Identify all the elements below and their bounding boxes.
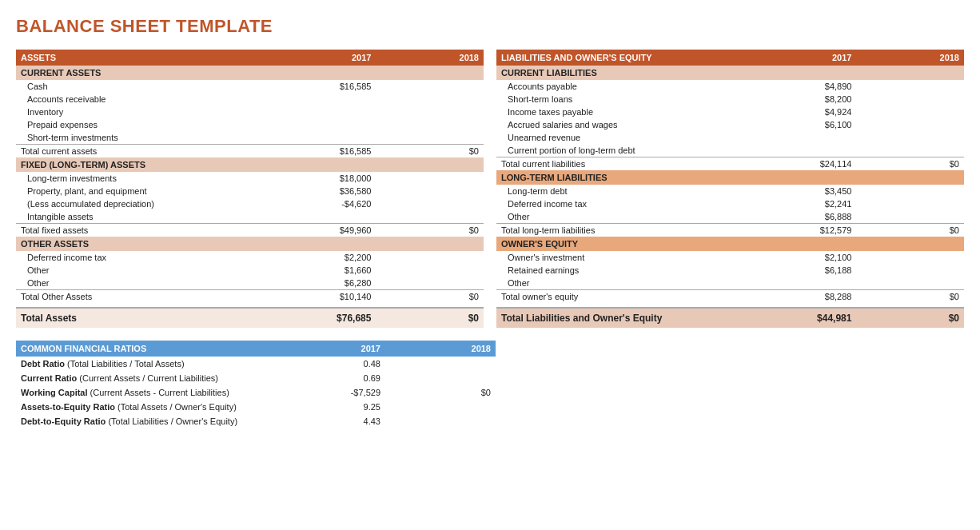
- table-row: Inventory: [16, 106, 484, 118]
- owners-equity-header: OWNER'S EQUITY: [496, 237, 964, 251]
- table-row: Long-term debt $3,450: [496, 185, 964, 197]
- ratios-header-label: COMMON FINANCIAL RATIOS: [16, 341, 280, 357]
- table-row: (Less accumulated depreciation) -$4,620: [16, 197, 484, 210]
- assets-header-label: ASSETS: [16, 50, 273, 66]
- table-row: Income taxes payable $4,924: [496, 106, 964, 118]
- ratios-header-2018: 2018: [385, 341, 496, 357]
- table-row: Long-term investments $18,000: [16, 172, 484, 185]
- assets-section: ASSETS 2017 2018 CURRENT ASSETS Cash $16…: [16, 50, 484, 328]
- table-row: Current portion of long-term debt: [496, 144, 964, 157]
- ratio-row-debt: Debt Ratio (Total Liabilities / Total As…: [16, 357, 496, 371]
- table-row: Other $6,888: [496, 210, 964, 224]
- ratio-row-debt-equity: Debt-to-Equity Ratio (Total Liabilities …: [16, 414, 496, 428]
- liabilities-header: LIABILITIES AND OWNER'S EQUITY 2017 2018: [496, 50, 964, 66]
- longterm-liabilities-header: LONG-TERM LIABILITIES: [496, 170, 964, 185]
- table-row: Other: [496, 277, 964, 290]
- table-row: Other $6,280: [16, 277, 484, 290]
- table-row: Intangible assets: [16, 210, 484, 224]
- ratios-header: COMMON FINANCIAL RATIOS 2017 2018: [16, 341, 496, 357]
- current-liabilities-total: Total current liabilities $24,114 $0: [496, 157, 964, 171]
- liabilities-header-2018: 2018: [856, 50, 964, 66]
- current-assets-header: CURRENT ASSETS: [16, 66, 484, 80]
- table-row: Deferred income tax $2,200: [16, 251, 484, 264]
- table-row: Deferred income tax $2,241: [496, 197, 964, 210]
- table-row: Accounts receivable: [16, 93, 484, 106]
- fixed-assets-total: Total fixed assets $49,960 $0: [16, 224, 484, 237]
- longterm-liabilities-total: Total long-term liabilities $12,579 $0: [496, 224, 964, 237]
- table-row: Unearned revenue: [496, 131, 964, 144]
- table-row: Property, plant, and equipment $36,580: [16, 185, 484, 197]
- total-assets-row: Total Assets $76,685 $0: [16, 308, 484, 328]
- ratio-row-assets-equity: Assets-to-Equity Ratio (Total Assets / O…: [16, 400, 496, 414]
- owners-equity-total: Total owner's equity $8,288 $0: [496, 290, 964, 304]
- assets-header-2018: 2018: [376, 50, 484, 66]
- table-row: Cash $16,585: [16, 80, 484, 93]
- ratios-header-2017: 2017: [280, 341, 385, 357]
- liabilities-header-label: LIABILITIES AND OWNER'S EQUITY: [496, 50, 754, 66]
- table-row: Retained earnings $6,188: [496, 264, 964, 277]
- table-row: Short-term loans $8,200: [496, 93, 964, 106]
- assets-header-2017: 2017: [273, 50, 376, 66]
- ratios-section: COMMON FINANCIAL RATIOS 2017 2018 Debt R…: [16, 341, 496, 428]
- other-assets-header: OTHER ASSETS: [16, 237, 484, 251]
- table-row: Accounts payable $4,890: [496, 80, 964, 93]
- fixed-assets-header: FIXED (LONG-TERM) ASSETS: [16, 157, 484, 172]
- table-row: Other $1,660: [16, 264, 484, 277]
- total-liabilities-row: Total Liabilities and Owner's Equity $44…: [496, 308, 964, 328]
- table-row: Accrued salaries and wages $6,100: [496, 118, 964, 131]
- assets-header: ASSETS 2017 2018: [16, 50, 484, 66]
- current-liabilities-header: CURRENT LIABILITIES: [496, 66, 964, 80]
- table-row: Prepaid expenses: [16, 118, 484, 131]
- page-title: BALANCE SHEET TEMPLATE: [16, 16, 964, 37]
- liabilities-section: LIABILITIES AND OWNER'S EQUITY 2017 2018…: [496, 50, 964, 328]
- liabilities-header-2017: 2017: [754, 50, 857, 66]
- current-assets-total: Total current assets $16,585 $0: [16, 145, 484, 158]
- table-row: Short-term investments: [16, 131, 484, 145]
- ratio-row-working-capital: Working Capital (Current Assets - Curren…: [16, 385, 496, 400]
- other-assets-total: Total Other Assets $10,140 $0: [16, 290, 484, 304]
- table-row: Owner's investment $2,100: [496, 251, 964, 264]
- ratio-row-current: Current Ratio (Current Assets / Current …: [16, 371, 496, 385]
